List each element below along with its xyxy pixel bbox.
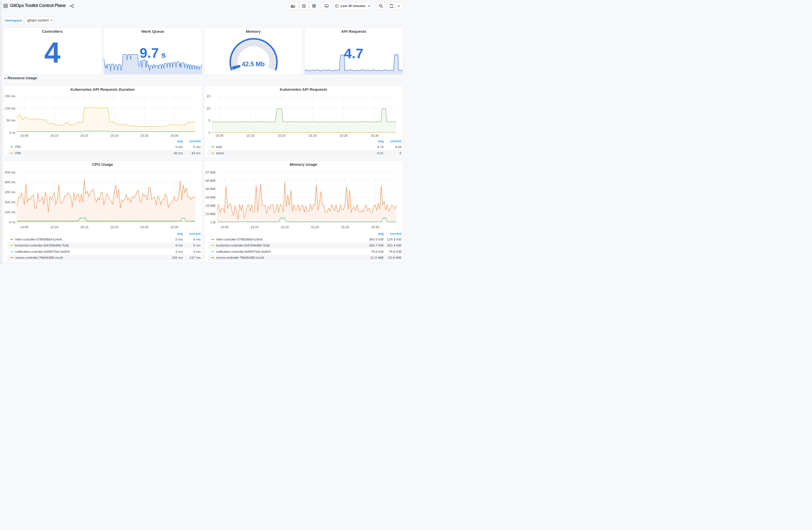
svg-text:15:15: 15:15 [80,225,88,229]
svg-text:19 MiB: 19 MiB [205,204,215,207]
svg-text:50 ms: 50 ms [6,118,15,122]
svg-text:15:15: 15:15 [277,134,286,137]
svg-text:15:05: 15:05 [20,225,28,229]
svg-text:38 MiB: 38 MiB [205,187,215,191]
svg-text:10: 10 [207,106,210,110]
svg-text:0 ns: 0 ns [9,220,15,224]
svg-text:15:20: 15:20 [308,134,317,137]
svg-text:5: 5 [208,118,210,122]
svg-text:29 MiB: 29 MiB [205,195,215,199]
svg-text:15:30: 15:30 [170,225,178,229]
svg-text:15:30: 15:30 [371,225,379,229]
svg-text:100 ms: 100 ms [4,106,15,110]
svg-text:15:10: 15:10 [50,225,58,229]
svg-text:300 ms: 300 ms [4,190,15,194]
svg-text:0: 0 [208,131,210,134]
svg-text:15:10: 15:10 [246,134,255,137]
svg-text:0 B: 0 B [211,220,215,224]
svg-text:15:30: 15:30 [371,134,379,137]
svg-text:15: 15 [207,94,210,98]
svg-text:15:20: 15:20 [110,225,118,229]
svg-text:15:05: 15:05 [215,134,223,137]
svg-text:48 MiB: 48 MiB [205,178,215,182]
svg-text:15:25: 15:25 [140,225,148,229]
svg-text:0 ns: 0 ns [9,131,15,134]
svg-text:15:20: 15:20 [110,134,118,137]
svg-text:15:05: 15:05 [220,225,228,229]
svg-text:100 ms: 100 ms [4,210,15,214]
svg-text:500 ms: 500 ms [4,170,15,174]
svg-text:15:10: 15:10 [250,225,259,229]
svg-text:15:25: 15:25 [140,134,148,137]
svg-text:150 ms: 150 ms [4,94,15,98]
svg-text:400 ms: 400 ms [4,180,15,184]
svg-text:15:10: 15:10 [50,134,58,137]
svg-text:15:05: 15:05 [20,134,28,137]
svg-text:15:25: 15:25 [341,225,349,229]
svg-text:15:30: 15:30 [170,134,178,137]
svg-text:200 ms: 200 ms [4,200,15,204]
svg-text:15:20: 15:20 [311,225,319,229]
svg-text:10 MiB: 10 MiB [205,212,215,216]
svg-text:15:15: 15:15 [80,134,88,137]
svg-text:15:15: 15:15 [281,225,289,229]
svg-text:57 MiB: 57 MiB [205,170,215,174]
svg-text:15:25: 15:25 [339,134,348,137]
